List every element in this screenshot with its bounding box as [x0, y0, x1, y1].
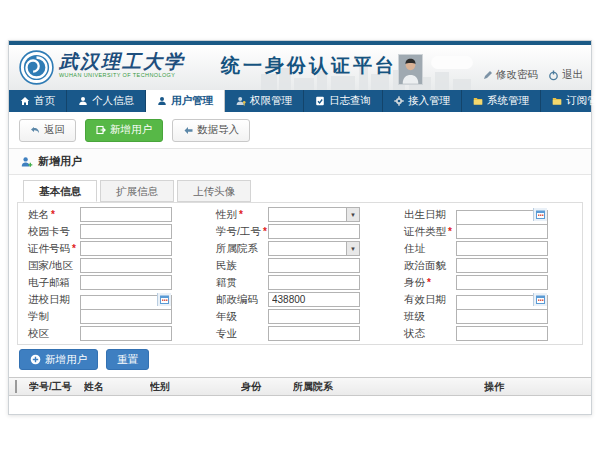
permission-icon	[236, 96, 246, 106]
home-icon	[20, 96, 30, 106]
app-window: 武汉理工大学 WUHAN UNIVERSITY OF TECHNOLOGY 统一…	[8, 40, 592, 415]
field-label: 学制	[28, 310, 80, 324]
nav-label: 用户管理	[171, 94, 213, 108]
add-user-label: 新增用户	[110, 123, 152, 137]
calendar-icon[interactable]	[533, 293, 547, 306]
field-label: 有效日期	[404, 293, 456, 307]
ethnicity-input[interactable]	[268, 258, 360, 273]
id-number-input[interactable]	[80, 241, 172, 256]
political-status-input[interactable]	[456, 258, 548, 273]
data-import-label: 数据导入	[197, 123, 239, 137]
tab-basic-info[interactable]: 基本信息	[23, 180, 97, 202]
calendar-icon[interactable]	[533, 208, 547, 221]
address-input[interactable]	[456, 241, 548, 256]
nav-item-personal-info[interactable]: 个人信息	[67, 90, 146, 112]
submit-add-user-button[interactable]: 新增用户	[19, 349, 98, 370]
field-label: 证件号码*	[28, 242, 80, 256]
form-actions: 新增用户 重置	[9, 345, 591, 374]
major-input[interactable]	[268, 326, 360, 341]
nav-item-system-management[interactable]: 系统管理	[462, 90, 541, 112]
tab-extended-info[interactable]: 扩展信息	[100, 180, 174, 202]
form-field-schooling-length: 学制	[18, 308, 206, 325]
campus-card-input[interactable]	[80, 224, 172, 239]
decoration-bubble	[431, 56, 473, 69]
field-label: 身份*	[404, 276, 456, 290]
import-arrow-icon	[183, 126, 193, 135]
nav-label: 订阅管理	[566, 94, 600, 108]
campus-input[interactable]	[80, 326, 172, 341]
form-field-postal-code: 邮政编码	[206, 291, 394, 308]
postal-code-input[interactable]	[268, 292, 360, 307]
schooling-length-input[interactable]	[80, 309, 172, 324]
add-user-toolbar-button[interactable]: 新增用户	[85, 119, 163, 142]
field-label: 进校日期	[28, 293, 80, 307]
form-field-grade: 年级	[206, 308, 394, 325]
submit-label: 新增用户	[45, 353, 87, 367]
add-user-icon	[96, 125, 106, 135]
col-student-id: 学号/工号	[29, 380, 84, 394]
class-input[interactable]	[456, 309, 548, 324]
chevron-down-icon[interactable]: ▼	[346, 242, 359, 255]
col-identity: 身份	[241, 380, 293, 394]
nav-item-permission-management[interactable]: 权限管理	[225, 90, 304, 112]
user-icon	[157, 96, 167, 106]
form-field-country-region: 国家/地区	[18, 257, 206, 274]
col-actions: 操作	[484, 380, 591, 394]
form-field-campus-card: 校园卡号	[18, 223, 206, 240]
form-field-ethnicity: 民族	[206, 257, 394, 274]
logout-link[interactable]: 退出	[548, 68, 583, 85]
nav-label: 个人信息	[92, 94, 134, 108]
field-label: 国家/地区	[28, 259, 80, 273]
nav-item-home[interactable]: 首页	[9, 90, 67, 112]
nav-label: 系统管理	[487, 94, 529, 108]
identity-input[interactable]	[456, 275, 548, 290]
gender-select[interactable]: ▼	[268, 207, 360, 222]
field-label: 专业	[216, 327, 268, 341]
field-label: 所属院系	[216, 242, 268, 256]
field-label: 住址	[404, 242, 456, 256]
department-select[interactable]: ▼	[268, 241, 360, 256]
section-title: 新增用户	[38, 154, 82, 169]
native-place-input[interactable]	[268, 275, 360, 290]
chevron-down-icon[interactable]: ▼	[346, 208, 359, 221]
log-check-icon	[315, 96, 325, 106]
form-field-valid-date: 有效日期	[394, 291, 582, 308]
change-password-link[interactable]: 修改密码	[483, 68, 538, 85]
field-label: 籍贯	[216, 276, 268, 290]
field-label: 班级	[404, 310, 456, 324]
data-import-button[interactable]: 数据导入	[172, 119, 250, 142]
nav-item-log-query[interactable]: 日志查询	[304, 90, 383, 112]
status-input[interactable]	[456, 326, 548, 341]
field-label: 学号/工号*	[216, 225, 268, 239]
form-field-major: 专业	[206, 325, 394, 342]
id-type-input[interactable]	[456, 224, 548, 239]
user-icon	[78, 96, 88, 106]
tab-upload-avatar[interactable]: 上传头像	[177, 180, 251, 202]
nav-item-user-management[interactable]: 用户管理	[146, 90, 225, 112]
university-name-cn: 武汉理工大学	[59, 52, 185, 72]
field-label: 校区	[28, 327, 80, 341]
table-header-row: 学号/工号 姓名 性别 身份 所属院系 操作	[9, 378, 591, 396]
field-label: 出生日期	[404, 208, 456, 222]
name-input[interactable]	[80, 207, 172, 222]
grade-input[interactable]	[268, 309, 360, 324]
avatar[interactable]	[398, 54, 423, 85]
nav-item-subscription-management[interactable]: 订阅管理	[541, 90, 600, 112]
form-field-address: 住址	[394, 240, 582, 257]
email-input[interactable]	[80, 275, 172, 290]
field-label: 民族	[216, 259, 268, 273]
nav-item-access-management[interactable]: 接入管理	[383, 90, 462, 112]
field-label: 证件类型*	[404, 225, 456, 239]
select-all-checkbox[interactable]	[15, 380, 17, 393]
country-region-input[interactable]	[80, 258, 172, 273]
field-label: 性别*	[216, 208, 268, 222]
student-id-input[interactable]	[268, 224, 360, 239]
university-name-en: WUHAN UNIVERSITY OF TECHNOLOGY	[59, 72, 185, 79]
reset-button[interactable]: 重置	[106, 349, 149, 370]
nav-label: 权限管理	[250, 94, 292, 108]
col-department: 所属院系	[293, 380, 484, 394]
back-button[interactable]: 返回	[19, 119, 76, 142]
calendar-icon[interactable]	[157, 293, 171, 306]
form-field-student-id: 学号/工号*	[206, 223, 394, 240]
form-field-class: 班级	[394, 308, 582, 325]
